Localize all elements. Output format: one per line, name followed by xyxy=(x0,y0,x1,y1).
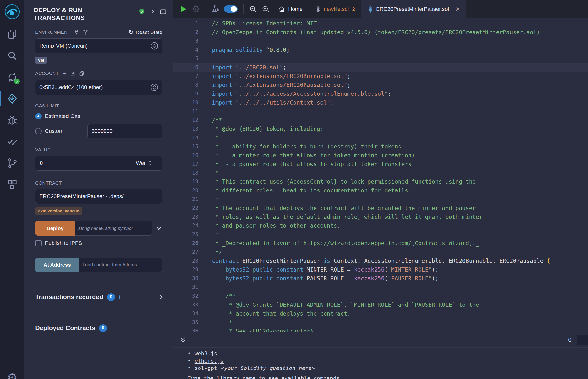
chevron-right-icon[interactable] xyxy=(158,294,164,300)
code-line-33[interactable]: 33 * @dev Grants `DEFAULT_ADMIN_ROLE`, `… xyxy=(173,300,588,309)
custom-gas-radio[interactable] xyxy=(35,128,42,134)
fork-environment-icon[interactable] xyxy=(83,30,88,35)
remix-logo[interactable] xyxy=(0,0,24,23)
code-line-32[interactable]: 32 /** xyxy=(173,292,588,300)
line-number: 30 xyxy=(173,274,200,283)
line-number: 34 xyxy=(173,309,200,318)
pin-panel-icon[interactable] xyxy=(150,9,155,15)
transactions-recorded-row[interactable]: Transactions recorded 0 i xyxy=(24,281,173,313)
code-line-25[interactable]: 25 * xyxy=(173,230,588,239)
value-input[interactable] xyxy=(35,160,125,166)
code-line-3[interactable]: 3 xyxy=(173,37,588,46)
tab-home[interactable]: Home xyxy=(272,0,309,18)
code-line-9[interactable]: 9import "../../../access/AccessControlEn… xyxy=(173,89,588,98)
code-line-23[interactable]: 23 * roles, as well as the default admin… xyxy=(173,212,588,221)
terminal-output[interactable]: •web3.js•ethers.js•sol-gpt <your Solidit… xyxy=(173,348,588,379)
code-line-30[interactable]: 30 bytes32 public constant PAUSER_ROLE =… xyxy=(173,274,588,283)
at-address-button[interactable]: At Address xyxy=(35,258,79,272)
publish-checkbox[interactable] xyxy=(35,240,42,246)
solidity-compiler-icon[interactable] xyxy=(0,66,24,88)
deploy-button[interactable]: Deploy xyxy=(35,221,75,236)
publish-to-ipfs-row[interactable]: Publish to IPFS xyxy=(35,240,162,246)
bullet-icon: • xyxy=(187,365,191,371)
code-line-28[interactable]: 28contract ERC20PresetMinterPauser is Co… xyxy=(173,256,588,265)
code-line-36[interactable]: 36 * See {ERC20-constructor}. xyxy=(173,327,588,332)
zoom-out-icon[interactable] xyxy=(247,2,259,16)
terminal-search-input[interactable] xyxy=(577,334,588,345)
unit-testing-icon[interactable] xyxy=(0,131,24,152)
split-view-icon[interactable] xyxy=(160,9,166,15)
estimated-gas-radio[interactable] xyxy=(35,113,42,119)
code-line-1[interactable]: 1// SPDX-License-Identifier: MIT xyxy=(173,19,588,28)
editor-area: ⚙ xyxy=(173,0,588,379)
settings-icon[interactable]: ⚙ xyxy=(0,372,24,379)
value-unit-select[interactable]: Wei xyxy=(125,156,162,171)
code-line-27[interactable]: 27 */ xyxy=(173,248,588,256)
at-address-input[interactable] xyxy=(79,258,162,272)
code-line-21[interactable]: 21 * xyxy=(173,195,588,204)
select-stepper-icon xyxy=(150,83,158,91)
file-explorer-icon[interactable] xyxy=(0,23,24,45)
terminal-library-link[interactable]: ethers.js xyxy=(195,358,224,364)
expand-deploy-icon[interactable] xyxy=(155,225,162,232)
code-line-15[interactable]: 15 * - ability for holders to burn (dest… xyxy=(173,142,588,151)
code-line-4[interactable]: 4pragma solidity ^0.8.0; xyxy=(173,46,588,54)
expand-terminal-icon[interactable] xyxy=(179,336,186,344)
code-line-19[interactable]: 19 * This contract uses {AccessControl} … xyxy=(173,177,588,186)
line-number: 8 xyxy=(173,80,200,89)
ai-copilot-toggle[interactable] xyxy=(224,5,238,13)
code-line-2[interactable]: 2// OpenZeppelin Contracts (last updated… xyxy=(173,28,588,37)
code-line-11[interactable]: 11 xyxy=(173,107,588,116)
add-account-icon[interactable]: + xyxy=(62,70,66,77)
custom-gas-input[interactable] xyxy=(87,124,162,139)
code-line-35[interactable]: 35 * xyxy=(173,318,588,327)
code-line-26[interactable]: 26 * _Deprecated in favor of https://wiz… xyxy=(173,239,588,248)
plug-icon[interactable] xyxy=(74,30,79,35)
search-icon[interactable] xyxy=(0,45,24,66)
code-line-24[interactable]: 24 * and pauser roles to other accounts. xyxy=(173,221,588,230)
code-line-8[interactable]: 8import "../extensions/ERC20Pausable.sol… xyxy=(173,80,588,89)
terminal-list-item: •sol-gpt <your Solidity question here> xyxy=(187,364,588,372)
solidity-file-icon xyxy=(315,5,321,13)
ai-copilot-icon[interactable] xyxy=(208,2,221,16)
run-script-icon[interactable]: ⚙ xyxy=(189,2,202,16)
code-line-18[interactable]: 18 * xyxy=(173,169,588,177)
contract-select[interactable]: ERC20PresetMinterPauser - .deps/ xyxy=(35,189,162,204)
code-line-5[interactable]: 5 xyxy=(173,54,588,63)
code-line-29[interactable]: 29 bytes32 public constant MINTER_ROLE =… xyxy=(173,265,588,274)
close-tab-icon[interactable]: × xyxy=(456,6,460,13)
solidity-file-icon xyxy=(368,5,373,13)
tab-problem-count: 2 xyxy=(352,6,355,12)
code-line-16[interactable]: 16 * - a minter role that allows for tok… xyxy=(173,151,588,160)
unit-stepper-icon xyxy=(148,160,152,166)
git-icon[interactable] xyxy=(0,152,24,174)
zoom-in-icon[interactable] xyxy=(259,2,272,16)
tab-newfile[interactable]: newfile.sol 2 xyxy=(309,0,361,18)
code-line-22[interactable]: 22 * The account that deploys the contra… xyxy=(173,204,588,212)
account-select[interactable]: 0x5B3...eddC4 (100 ether) xyxy=(35,80,162,95)
code-line-17[interactable]: 17 * - a pauser role that allows to stop… xyxy=(173,160,588,169)
code-line-31[interactable]: 31 xyxy=(173,283,588,292)
code-editor[interactable]: 1// SPDX-License-Identifier: MIT2// Open… xyxy=(173,18,588,332)
debugger-icon[interactable] xyxy=(0,110,24,131)
code-line-20[interactable]: 20 * different roles - head to its docum… xyxy=(173,186,588,195)
sign-message-icon[interactable] xyxy=(70,71,76,77)
plugins-icon[interactable] xyxy=(0,174,24,195)
code-line-7[interactable]: 7import "../extensions/ERC20Burnable.sol… xyxy=(173,72,588,80)
deploy-run-icon[interactable] xyxy=(0,88,24,110)
code-line-14[interactable]: 14 * xyxy=(173,133,588,142)
reset-state-button[interactable]: ↻ Reset State xyxy=(128,29,162,35)
code-line-6[interactable]: 6import "../ERC20.sol"; xyxy=(173,63,588,72)
copy-account-icon[interactable] xyxy=(79,71,84,76)
line-number: 22 xyxy=(173,204,200,212)
deployed-contracts-row: Deployed Contracts 0 xyxy=(24,313,173,343)
run-button[interactable] xyxy=(177,2,189,16)
code-line-10[interactable]: 10import "../../../utils/Context.sol"; xyxy=(173,98,588,107)
code-line-12[interactable]: 12/** xyxy=(173,116,588,125)
terminal-library-link[interactable]: web3.js xyxy=(195,350,217,357)
tab-erc20-preset-minter-pauser[interactable]: ERC20PresetMinterPauser.sol × xyxy=(361,0,466,18)
code-line-34[interactable]: 34 * account that deploys the contract. xyxy=(173,309,588,318)
constructor-args-input[interactable] xyxy=(75,221,152,236)
code-line-13[interactable]: 13 * @dev {ERC20} token, including: xyxy=(173,125,588,133)
environment-select[interactable]: Remix VM (Cancun) xyxy=(35,38,162,53)
